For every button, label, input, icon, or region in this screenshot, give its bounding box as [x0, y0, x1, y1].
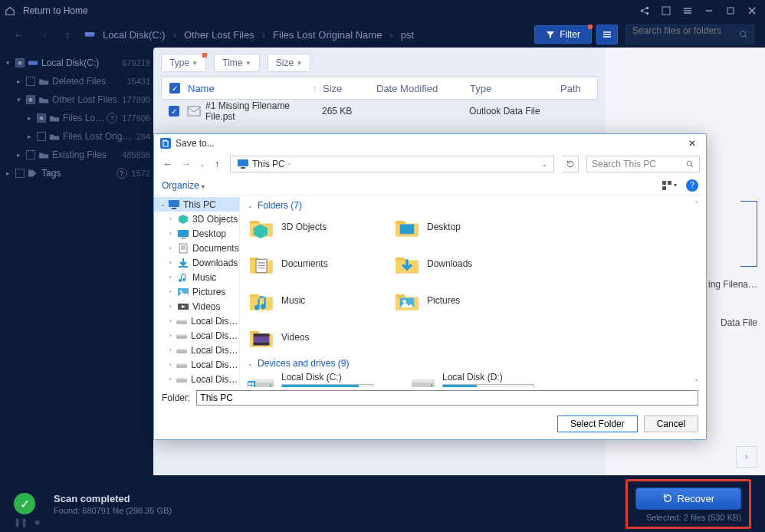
maximize-button[interactable] — [722, 2, 739, 19]
col-date[interactable]: Date Modified — [376, 83, 470, 94]
row-checkbox[interactable]: ✓ — [169, 106, 179, 117]
drives-section-header[interactable]: ⌄Devices and drives (9) — [248, 358, 698, 369]
dialog-tree-item[interactable]: ›Documents — [154, 241, 239, 255]
dialog-forward-button[interactable]: → — [179, 159, 194, 169]
col-size[interactable]: Size — [323, 83, 376, 94]
tree-checkbox[interactable]: ■ — [26, 95, 35, 104]
tree-arrow-icon[interactable]: ⌄ — [160, 201, 168, 208]
tree-arrow-icon[interactable]: › — [169, 317, 176, 324]
tree-checkbox[interactable] — [26, 77, 35, 86]
tree-expand-icon[interactable]: ▾ — [6, 59, 14, 67]
tree-checkbox[interactable] — [37, 132, 46, 141]
tree-checkbox[interactable]: ■ — [15, 58, 25, 67]
tree-checkbox[interactable] — [15, 169, 25, 178]
sidebar-item[interactable]: ▸Tags?1572 — [3, 164, 150, 182]
header-checkbox[interactable]: ✓ — [169, 83, 180, 94]
dialog-search-box[interactable]: Search This PC — [586, 156, 700, 172]
dialog-folder-item[interactable]: Music — [248, 287, 393, 314]
dialog-tree-item[interactable]: ›Local Disk (G:) — [154, 372, 239, 386]
dialog-tree-item[interactable]: ›3D Objects — [154, 212, 239, 226]
dialog-folder-item[interactable]: Pictures — [393, 287, 539, 314]
close-button[interactable] — [744, 2, 760, 19]
dialog-folder-item[interactable]: Desktop — [393, 214, 539, 240]
tree-expand-icon[interactable]: ▸ — [17, 77, 25, 85]
dialog-folder-item[interactable]: Documents — [248, 251, 393, 277]
tree-arrow-icon[interactable]: › — [169, 215, 177, 222]
breadcrumb-seg2[interactable]: Files Lost Original Name — [273, 29, 382, 41]
sidebar-item[interactable]: ▾■Other Lost Files177890 — [3, 90, 150, 109]
scan-controls[interactable]: ❚❚ ■ — [14, 517, 40, 527]
sidebar-item[interactable]: ▸Deleted Files15431 — [3, 72, 150, 90]
search-input[interactable] — [632, 25, 735, 36]
list-row[interactable]: ✓ #1 Missing Filename File.pst 265 KB Ou… — [161, 100, 598, 123]
col-type[interactable]: Type — [470, 83, 560, 94]
organize-menu[interactable]: Organize ▾ — [162, 180, 205, 191]
dialog-drive-item[interactable]: Local Disk (C:)17.1 GB free of 111 GB — [248, 372, 401, 387]
tree-arrow-icon[interactable]: › — [169, 230, 177, 237]
dialog-folder-item[interactable]: Videos — [248, 324, 393, 350]
dialog-tree-item[interactable]: ›Pictures — [154, 284, 239, 299]
tree-arrow-icon[interactable]: › — [169, 259, 177, 266]
tree-expand-icon[interactable]: ▸ — [6, 169, 14, 177]
tree-arrow-icon[interactable]: › — [169, 332, 176, 339]
preview-next-button[interactable]: › — [736, 446, 757, 468]
dialog-recent-dropdown[interactable]: ⌄ — [197, 161, 208, 168]
nav-forward-button[interactable]: → — [35, 29, 51, 41]
sidebar-item[interactable]: ▸Files Lost Original Dire…284 — [3, 127, 150, 146]
dialog-folder-item[interactable]: 3D Objects — [248, 214, 393, 240]
path-dropdown-icon[interactable]: ⌄ — [542, 161, 547, 168]
tree-checkbox[interactable]: ■ — [37, 113, 46, 123]
search-box[interactable] — [625, 25, 754, 44]
dialog-drive-item[interactable]: Local Disk (D:)69.7 GB free of 110 GB — [409, 372, 562, 387]
tree-arrow-icon[interactable]: › — [169, 346, 176, 353]
help-icon[interactable]: ? — [107, 113, 117, 123]
nav-up-button[interactable]: ↑ — [60, 29, 75, 41]
sidebar-item[interactable]: ▸■Files Lost Origi…?177606 — [3, 109, 150, 127]
filter-chip-time[interactable]: Time ▼ — [214, 54, 260, 72]
tree-arrow-icon[interactable]: › — [169, 303, 177, 310]
filter-chip-type[interactable]: Type ▼ — [161, 54, 206, 72]
view-toggle-button[interactable] — [596, 25, 618, 44]
select-folder-button[interactable]: Select Folder — [557, 415, 638, 432]
dialog-refresh-button[interactable] — [562, 156, 579, 172]
nav-back-button[interactable]: ← — [11, 29, 26, 41]
dialog-tree-item[interactable]: ›Local Disk (F:) — [154, 357, 239, 372]
menu-icon[interactable] — [679, 2, 696, 19]
tree-arrow-icon[interactable]: › — [169, 376, 176, 383]
dialog-tree-item[interactable]: ›Downloads — [154, 255, 239, 270]
tree-expand-icon[interactable]: ▸ — [17, 151, 25, 159]
tree-arrow-icon[interactable]: › — [169, 288, 177, 295]
tree-expand-icon[interactable]: ▸ — [28, 114, 35, 122]
dialog-tree-item[interactable]: ›Desktop — [154, 226, 239, 241]
dialog-back-button[interactable]: ← — [160, 159, 176, 169]
dialog-help-button[interactable]: ? — [686, 179, 698, 192]
minimize-button[interactable] — [701, 2, 717, 19]
breadcrumb-seg1[interactable]: Other Lost Files — [184, 29, 254, 41]
tree-arrow-icon[interactable]: › — [169, 274, 177, 281]
dialog-close-button[interactable]: ✕ — [685, 138, 700, 149]
col-name[interactable]: Name↑ — [188, 83, 323, 94]
dialog-tree-item[interactable]: ⌄This PC — [154, 197, 239, 212]
dialog-tree-item[interactable]: ›Music — [154, 270, 239, 284]
help-icon[interactable]: ? — [117, 168, 127, 179]
share-icon[interactable] — [636, 2, 653, 19]
col-path[interactable]: Path — [560, 83, 597, 94]
dialog-up-button[interactable]: ↑ — [212, 159, 222, 169]
dialog-tree-item[interactable]: ›Local Disk (E:) — [154, 343, 239, 357]
tree-checkbox[interactable] — [26, 150, 35, 159]
sidebar-item[interactable]: ▸Existing Files485898 — [3, 146, 150, 164]
sidebar-item[interactable]: ▾■Local Disk(C:)679219 — [3, 54, 150, 72]
folders-section-header[interactable]: ⌄Folders (7) — [248, 200, 698, 211]
dialog-folder-item[interactable]: Downloads — [393, 251, 539, 277]
tree-expand-icon[interactable]: ▸ — [28, 133, 35, 140]
layout-icon[interactable] — [658, 2, 675, 19]
dialog-view-toggle[interactable]: ▾ — [662, 180, 677, 191]
tree-arrow-icon[interactable]: › — [169, 245, 177, 251]
dialog-path-box[interactable]: This PC › ⌄ — [230, 156, 554, 172]
dialog-tree-item[interactable]: ›Local Disk (C:) — [154, 314, 239, 328]
breadcrumb-seg3[interactable]: pst — [401, 29, 414, 41]
filter-chip-size[interactable]: Size ▼ — [268, 54, 311, 72]
breadcrumb-drive[interactable]: Local Disk(C:) — [103, 29, 166, 41]
dialog-scrollbar[interactable]: ⌃⌄ — [694, 200, 704, 383]
tree-expand-icon[interactable]: ▾ — [17, 96, 25, 103]
